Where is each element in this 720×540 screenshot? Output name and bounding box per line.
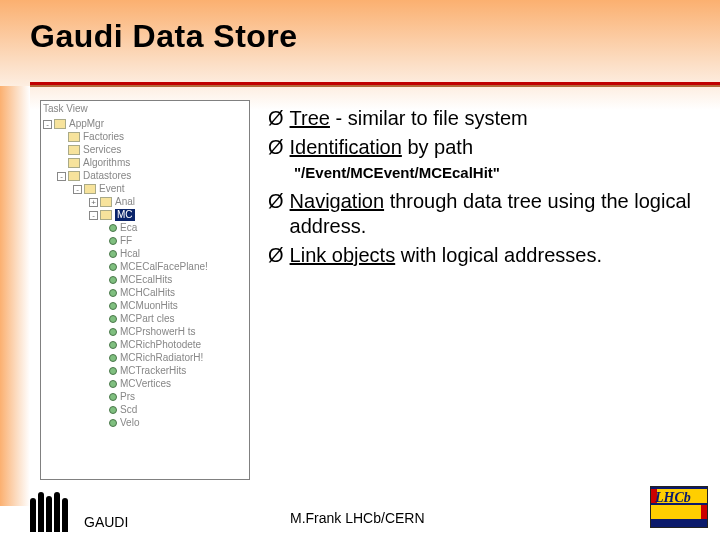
tree-item: MCECalFacePlane! [43, 261, 249, 274]
object-icon [109, 302, 117, 310]
tree-item: MCPrshowerH ts [43, 326, 249, 339]
tree-item: Velo [43, 417, 249, 430]
folder-icon [100, 210, 112, 220]
object-icon [109, 276, 117, 284]
bullet-sub: "/Event/MCEvent/MCEcalHit" [294, 164, 710, 181]
tree-label: MCMuonHits [120, 300, 178, 313]
bullet-text: Identification by path [290, 135, 473, 160]
pillars-icon [30, 492, 68, 532]
object-icon [109, 289, 117, 297]
tree-item: -Datastores [43, 170, 249, 183]
chevron-icon: Ø [268, 243, 284, 268]
footer-center-label: M.Frank LHCb/CERN [290, 510, 425, 526]
tree-label: MCPrshowerH ts [120, 326, 196, 339]
object-icon [109, 315, 117, 323]
footer: GAUDI M.Frank LHCb/CERN LHCb [0, 486, 720, 532]
page-title: Gaudi Data Store [0, 0, 720, 65]
tree-item: MCTrackerHits [43, 365, 249, 378]
tree-item: FF [43, 235, 249, 248]
chevron-icon: Ø [268, 189, 284, 239]
footer-left-label: GAUDI [78, 514, 128, 532]
folder-icon [100, 197, 112, 207]
tree-label: FF [120, 235, 132, 248]
tree-event: - Event [43, 183, 249, 196]
tree-label: Factories [83, 131, 124, 144]
tree-item: MCMuonHits [43, 300, 249, 313]
tree-label: MCEcalHits [120, 274, 172, 287]
tree-item: MCRichPhotodete [43, 339, 249, 352]
bullet-item: Ø Tree - similar to file system [268, 106, 710, 131]
tree-item: Services [43, 144, 249, 157]
object-icon [109, 237, 117, 245]
tree-item: Hcal [43, 248, 249, 261]
bullet-item: Ø Identification by path [268, 135, 710, 160]
footer-left: GAUDI [30, 492, 128, 532]
bullet-item: Ø Navigation through data tree using the… [268, 189, 710, 239]
tree-label: Scd [120, 404, 137, 417]
tree-item: MCRichRadiatorH! [43, 352, 249, 365]
bullet-list: Ø Tree - similar to file system Ø Identi… [268, 100, 710, 480]
folder-icon [68, 132, 80, 142]
object-icon [109, 406, 117, 414]
expand-icon: + [89, 198, 98, 207]
object-icon [109, 393, 117, 401]
bullet-text: Tree - similar to file system [290, 106, 528, 131]
tree-selected: - MC [43, 209, 249, 222]
tree-item: MCVertices [43, 378, 249, 391]
tree-label: Velo [120, 417, 139, 430]
tree-label: Services [83, 144, 121, 157]
tree-item: MCHCalHits [43, 287, 249, 300]
collapse-icon: - [73, 185, 82, 194]
tree-label: MCECalFacePlane! [120, 261, 208, 274]
folder-icon [84, 184, 96, 194]
object-icon [109, 328, 117, 336]
content-area: Task View - AppMgr FactoriesServicesAlgo… [40, 100, 710, 480]
tree-label: Prs [120, 391, 135, 404]
folder-icon [68, 158, 80, 168]
tree-label: Anal [115, 196, 135, 209]
title-rule [30, 82, 720, 87]
chevron-icon: Ø [268, 106, 284, 131]
tree-label: MCPart cles [120, 313, 174, 326]
bullet-item: Ø Link objects with logical addresses. [268, 243, 710, 268]
folder-icon [68, 171, 80, 181]
tree-item: Scd [43, 404, 249, 417]
tree-label: MCRichRadiatorH! [120, 352, 203, 365]
object-icon [109, 380, 117, 388]
object-icon [109, 367, 117, 375]
tree-label: Eca [120, 222, 137, 235]
tree-label: MCRichPhotodete [120, 339, 201, 352]
tree-label: Hcal [120, 248, 140, 261]
object-icon [109, 341, 117, 349]
object-icon [109, 250, 117, 258]
tree-label-selected: MC [115, 209, 135, 222]
tree-label: Datastores [83, 170, 131, 183]
object-icon [109, 263, 117, 271]
collapse-icon: - [43, 120, 52, 129]
tree-label: MCHCalHits [120, 287, 175, 300]
lhcb-logo: LHCb [650, 486, 708, 528]
object-icon [109, 419, 117, 427]
task-tree-panel: Task View - AppMgr FactoriesServicesAlgo… [40, 100, 250, 480]
tree-label: MCVertices [120, 378, 171, 391]
object-icon [109, 224, 117, 232]
tree-item: Factories [43, 131, 249, 144]
tree-root: - AppMgr [43, 118, 249, 131]
tree-item: MCEcalHits [43, 274, 249, 287]
bullet-text: Navigation through data tree using the l… [290, 189, 710, 239]
collapse-icon: - [57, 172, 66, 181]
tree-label: AppMgr [69, 118, 104, 131]
tree-label: MCTrackerHits [120, 365, 186, 378]
collapse-icon: - [89, 211, 98, 220]
object-icon [109, 354, 117, 362]
tree-item: Eca [43, 222, 249, 235]
tree-item: MCPart cles [43, 313, 249, 326]
tree-item: +Anal [43, 196, 249, 209]
chevron-icon: Ø [268, 135, 284, 160]
tree-label: Event [99, 183, 125, 196]
folder-icon [54, 119, 66, 129]
tree-item: Prs [43, 391, 249, 404]
side-gradient [0, 86, 30, 506]
bullet-text: Link objects with logical addresses. [290, 243, 602, 268]
folder-icon [68, 145, 80, 155]
